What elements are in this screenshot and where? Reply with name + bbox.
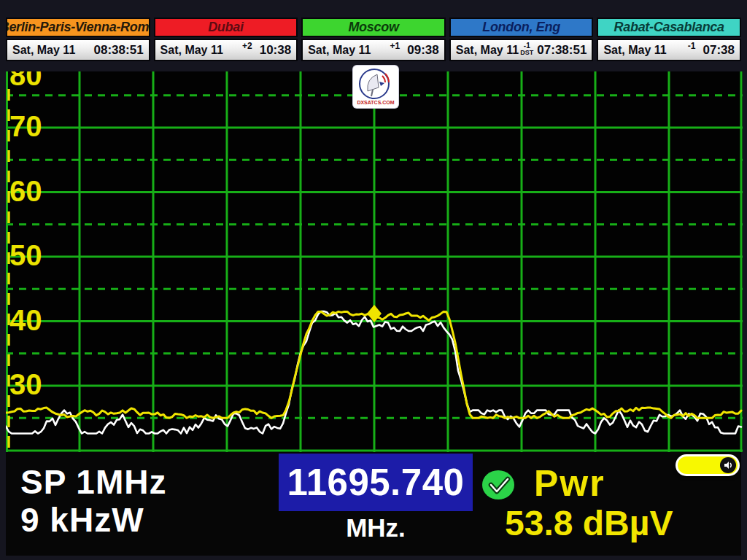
- power-number: 53.8: [505, 504, 573, 542]
- power-unit: dBµV: [583, 504, 673, 542]
- y-axis-tick-label: 50: [9, 239, 42, 271]
- utc-offset: +2: [242, 41, 252, 51]
- clock-time-cell: Sat, May 11-1DST07:38:51: [449, 39, 594, 61]
- spectrum-plot: 807060504030: [6, 71, 743, 452]
- bottom-readout-panel: SP 1MHz 9 kHzW 11695.740 MHz. Pwr 53.8 d…: [6, 452, 741, 556]
- audio-toggle[interactable]: [676, 454, 740, 476]
- clock-date: Sat, May 11: [12, 44, 75, 57]
- clock-time-cell: Sat, May 1108:38:51: [6, 39, 150, 61]
- lock-ok-icon: [481, 469, 516, 501]
- clock-time: 08:38:51: [94, 43, 144, 58]
- clock-time-cell: Sat, May 11+109:38: [301, 39, 446, 61]
- utc-offset: -1: [688, 41, 696, 51]
- dxsatcs-logo: DXSATCS.COM: [353, 66, 398, 108]
- clock-column: DubaiSat, May 11+210:38: [154, 18, 298, 61]
- y-axis-tick-label: 60: [9, 175, 42, 207]
- bandwidth-label: 9 kHzW: [20, 500, 144, 540]
- y-axis-tick-label: 30: [9, 368, 42, 400]
- clock-column: Rabat-CasablancaSat, May 11-107:38: [597, 18, 741, 61]
- clock-date: Sat, May 11: [308, 44, 371, 57]
- frequency-value: 11695.740: [287, 461, 465, 504]
- clock-time: 07:38:51: [537, 43, 587, 58]
- clock-time: 10:38: [260, 43, 291, 58]
- clock-column: Berlin-Paris-Vienna-RomaSat, May 1108:38…: [6, 18, 150, 61]
- frequency-unit-label: MHz.: [279, 513, 473, 542]
- signal-meter-screen: Berlin-Paris-Vienna-RomaSat, May 1108:38…: [0, 0, 747, 560]
- clock-time-cell: Sat, May 11+210:38: [154, 39, 298, 61]
- clock-city-label: Dubai: [154, 18, 298, 37]
- clock-city-label: Moscow: [301, 18, 446, 37]
- clock-date: Sat, May 11: [456, 44, 519, 57]
- logo-caption: DXSATCS.COM: [357, 100, 394, 105]
- spectrum-svg: 807060504030: [6, 71, 743, 452]
- clock-date: Sat, May 11: [603, 44, 666, 57]
- clock-column: MoscowSat, May 11+109:38: [301, 18, 446, 61]
- speaker-icon: [720, 457, 736, 473]
- y-axis-tick-label: 80: [9, 71, 42, 91]
- y-axis-tick-label: 40: [9, 304, 42, 336]
- satellite-dish-icon: DXSATCS.COM: [355, 67, 397, 106]
- clock-time: 07:38: [703, 43, 734, 58]
- clock-city-label: Rabat-Casablanca: [597, 18, 741, 37]
- power-label: Pwr: [534, 462, 605, 505]
- clock-time-cell: Sat, May 11-107:38: [597, 39, 741, 61]
- frequency-display[interactable]: 11695.740: [279, 454, 473, 511]
- clock-column: London, EngSat, May 11-1DST07:38:51: [449, 18, 594, 61]
- clock-time: 09:38: [407, 43, 438, 58]
- marker-diamond: [367, 305, 382, 322]
- dst-offset: -1DST: [520, 42, 533, 56]
- utc-offset: +1: [390, 41, 400, 51]
- world-clock-header: Berlin-Paris-Vienna-RomaSat, May 1108:38…: [6, 18, 741, 61]
- grid: [6, 71, 743, 452]
- power-value: 53.8 dBµV: [505, 503, 673, 543]
- span-label: SP 1MHz: [20, 462, 166, 502]
- clock-city-label: Berlin-Paris-Vienna-Roma: [6, 18, 150, 37]
- clock-city-label: London, Eng: [449, 18, 594, 37]
- y-axis-tick-label: 70: [9, 110, 42, 142]
- clock-date: Sat, May 11: [160, 44, 223, 57]
